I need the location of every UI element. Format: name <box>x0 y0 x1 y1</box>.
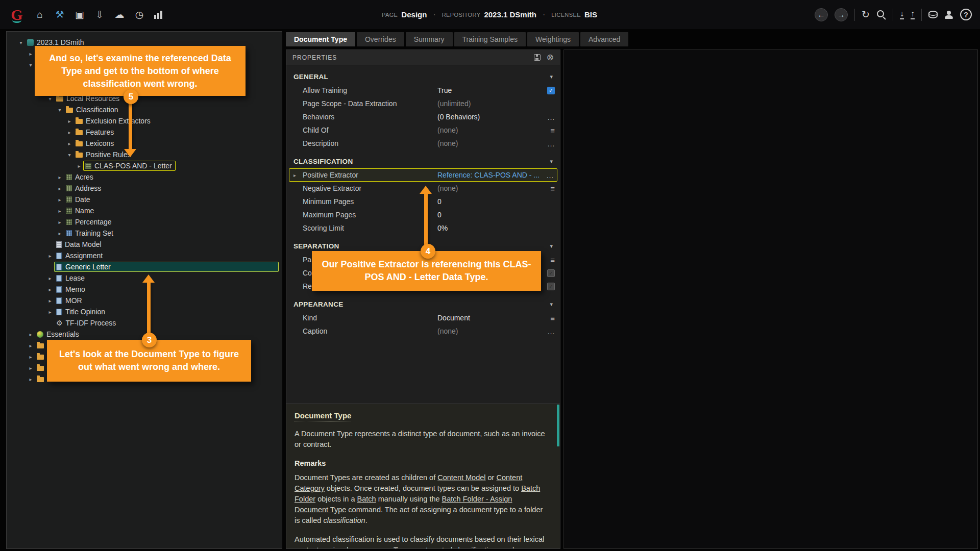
expander-icon[interactable]: ▸ <box>27 354 35 360</box>
property-value[interactable]: (none) <box>437 327 542 335</box>
tree-item-date[interactable]: ▸Date <box>7 194 282 205</box>
tree-item-assignment[interactable]: ▸Assignment <box>7 250 282 261</box>
property-value[interactable]: 0 <box>437 197 542 206</box>
expander-icon[interactable]: ▸ <box>65 130 74 135</box>
tree-item-features[interactable]: ▸Features <box>7 127 282 138</box>
property-value[interactable]: (unlimited) <box>437 99 542 108</box>
expander-icon[interactable]: ▸ <box>65 141 74 146</box>
tree-item-memo[interactable]: ▸Memo <box>7 284 282 295</box>
property-section-general[interactable]: GENERAL▾ <box>286 69 560 84</box>
expander-icon[interactable]: ▸ <box>56 174 64 180</box>
database-icon[interactable] <box>928 11 938 18</box>
expander-icon[interactable]: ▸ <box>27 332 35 337</box>
tools-icon[interactable]: ⚒ <box>55 10 65 19</box>
tab-weightings[interactable]: Weightings <box>527 32 579 46</box>
expander-icon[interactable]: ▸ <box>293 172 303 178</box>
cloud-icon[interactable]: ☁ <box>114 10 125 19</box>
expander-icon[interactable]: ▸ <box>27 51 35 57</box>
tree-item-positive-rules[interactable]: ▾Positive Rules <box>7 149 282 160</box>
property-value[interactable]: (none) <box>437 184 542 192</box>
checkbox-checked[interactable]: ✓ <box>547 87 555 94</box>
tab-advanced[interactable]: Advanced <box>580 32 628 46</box>
grooper-logo[interactable]: G <box>8 7 26 22</box>
property-row-maximum-pages[interactable]: Maximum Pages0 <box>286 208 560 221</box>
property-row-behaviors[interactable]: Behaviors(0 Behaviors)… <box>286 110 560 123</box>
tree-item-tf-idf-process[interactable]: ⚙TF-IDF Process <box>7 317 282 329</box>
expander-icon[interactable]: ▸ <box>56 197 64 203</box>
expander-icon[interactable]: ▸ <box>56 208 64 214</box>
tree-item-exclusion-extractors[interactable]: ▸Exclusion Extractors <box>7 115 282 127</box>
expander-icon[interactable]: ▸ <box>27 365 35 371</box>
chevron-down-icon[interactable]: ▾ <box>550 243 553 249</box>
upload-icon[interactable]: ↑ <box>911 10 915 19</box>
property-value[interactable]: Document <box>437 314 542 322</box>
expander-icon[interactable]: ▾ <box>46 96 54 102</box>
expander-icon[interactable]: ▾ <box>65 152 74 158</box>
help-link[interactable]: Content Model <box>437 473 485 482</box>
tree-item-clas-pos-and-letter[interactable]: ▸CLAS-POS AND - Letter <box>7 160 282 171</box>
property-row-child-of[interactable]: Child Of(none)≡ <box>286 123 560 137</box>
ellipsis-button[interactable]: … <box>542 113 555 121</box>
expander-icon[interactable]: ▸ <box>46 253 54 259</box>
import-box-icon[interactable]: ⇩ <box>94 10 105 19</box>
tree-item-title-opinion[interactable]: ▸Title Opinion <box>7 306 282 317</box>
home-icon[interactable]: ⌂ <box>35 10 45 19</box>
search-icon[interactable] <box>876 10 886 19</box>
property-value[interactable]: 0% <box>437 224 542 232</box>
expander-icon[interactable]: ▸ <box>75 163 83 169</box>
repository-value[interactable]: 2023.1 DSmith <box>484 10 536 19</box>
property-section-appearance[interactable]: APPEARANCE▾ <box>286 297 560 311</box>
user-icon[interactable] <box>944 11 953 19</box>
expander-icon[interactable]: ▸ <box>46 287 54 292</box>
property-section-classification[interactable]: CLASSIFICATION▾ <box>286 154 560 168</box>
recent-activity-icon[interactable]: ◷ <box>134 10 144 19</box>
property-row-page-scope-data-extraction[interactable]: Page Scope - Data Extraction(unlimited) <box>286 97 560 110</box>
tab-document-type[interactable]: Document Type <box>286 32 355 46</box>
expander-icon[interactable]: ▾ <box>56 107 64 113</box>
menu-button[interactable]: ≡ <box>542 256 555 264</box>
tree-item-acres[interactable]: ▸Acres <box>7 171 282 183</box>
property-row-caption[interactable]: Caption(none)… <box>286 324 560 338</box>
chevron-down-icon[interactable]: ▾ <box>550 158 553 165</box>
tab-summary[interactable]: Summary <box>406 32 453 46</box>
help-link[interactable]: Batch <box>357 495 376 503</box>
expander-icon[interactable]: ▸ <box>56 231 64 236</box>
chevron-down-icon[interactable]: ▾ <box>550 73 553 80</box>
expander-icon[interactable]: ▾ <box>27 62 35 68</box>
expander-icon[interactable]: ▸ <box>27 343 35 348</box>
expander-icon[interactable]: ▸ <box>65 118 74 124</box>
page-value[interactable]: Design <box>401 10 427 19</box>
expander-icon[interactable]: ▾ <box>17 40 25 45</box>
tree-item-classification[interactable]: ▾Classification <box>7 104 282 115</box>
tree-item-address[interactable]: ▸Address <box>7 183 282 194</box>
tree-item-training-set[interactable]: ▸Training Set <box>7 228 282 239</box>
checkbox-dark[interactable]: ✓ <box>547 283 555 290</box>
tree-item-generic-letter[interactable]: Generic Letter <box>7 261 282 272</box>
tree-item-data-model[interactable]: Data Model <box>7 239 282 250</box>
tree-item-name[interactable]: ▸Name <box>7 205 282 216</box>
save-icon[interactable] <box>534 54 541 61</box>
tree-item-mor[interactable]: ▸MOR <box>7 295 282 306</box>
ellipsis-button[interactable]: … <box>541 171 554 180</box>
property-value[interactable]: (none) <box>437 139 542 147</box>
property-value[interactable]: 0 <box>437 211 542 219</box>
tab-overrides[interactable]: Overrides <box>357 32 404 46</box>
menu-button[interactable]: ≡ <box>542 314 555 322</box>
property-row-kind[interactable]: KindDocument≡ <box>286 311 560 324</box>
expander-icon[interactable]: ▸ <box>27 377 35 382</box>
property-value[interactable]: Reference: CLAS-POS AND - ... <box>437 171 541 179</box>
help-icon[interactable]: ? <box>960 9 972 20</box>
stats-chart-icon[interactable] <box>154 11 164 19</box>
expander-icon[interactable]: ▸ <box>46 309 54 315</box>
property-value[interactable]: (0 Behaviors) <box>437 113 542 121</box>
menu-button[interactable]: ≡ <box>542 184 555 193</box>
forward-button[interactable]: → <box>835 8 848 21</box>
ellipsis-button[interactable]: … <box>542 327 555 336</box>
scrollbar-thumb[interactable] <box>557 405 559 446</box>
tab-training-samples[interactable]: Training Samples <box>454 32 526 46</box>
property-row-scoring-limit[interactable]: Scoring Limit0% <box>286 221 560 235</box>
property-row-positive-extractor[interactable]: ▸Positive ExtractorReference: CLAS-POS A… <box>289 168 557 182</box>
expander-icon[interactable]: ▸ <box>46 276 54 281</box>
back-button[interactable]: ← <box>815 8 828 21</box>
property-value[interactable]: (none) <box>437 126 542 134</box>
